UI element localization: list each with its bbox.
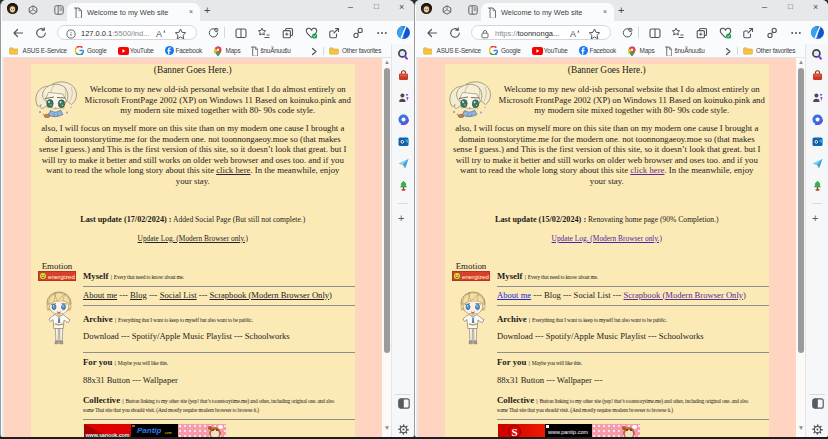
svg-text:A: A — [570, 29, 576, 39]
svg-text:A: A — [156, 29, 162, 39]
